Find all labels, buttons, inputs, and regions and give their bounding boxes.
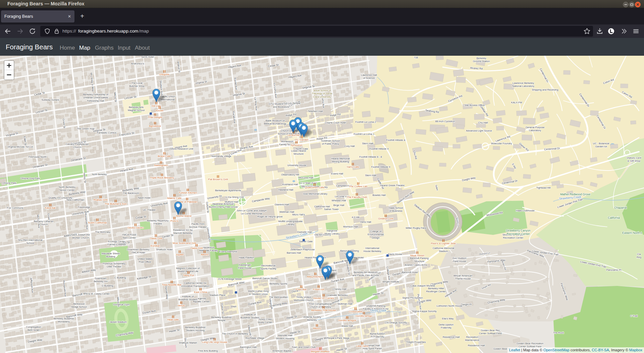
svg-text:Recreation Center: Recreation Center [507, 232, 530, 236]
svg-text:Gecko Gecko: Gecko Gecko [127, 226, 144, 229]
svg-text:Reg: Reg [637, 256, 641, 259]
svg-text:Jupiter: Jupiter [176, 253, 184, 256]
svg-text:UC - Botanical: UC - Botanical [593, 142, 609, 145]
svg-text:New Californian: New Californian [67, 198, 85, 201]
svg-text:African American: African American [453, 274, 473, 277]
svg-text:Field House: Field House [453, 260, 466, 263]
svg-text:G Building: G Building [102, 284, 113, 287]
svg-text:Saint Joseph the: Saint Joseph the [71, 233, 90, 236]
svg-text:Residence Inn by: Residence Inn by [173, 229, 193, 232]
svg-text:Le Conte Memorial: Le Conte Memorial [241, 212, 262, 215]
svg-text:Hawland Hall: Hawland Hall [278, 188, 293, 191]
svg-text:Florence Schwimley: Florence Schwimley [103, 262, 125, 265]
svg-text:Clara University: Clara University [313, 95, 331, 98]
svg-text:Berkeley Hillel: Berkeley Hillel [428, 287, 444, 290]
svg-text:4.0 Hill: 4.0 Hill [352, 216, 360, 219]
svg-text:Temple: Temple [217, 319, 225, 322]
svg-text:Church: Church [40, 223, 48, 226]
svg-text:Berkeley Buddhist: Berkeley Buddhist [185, 326, 206, 329]
svg-text:Ground Station: Ground Station [473, 60, 490, 63]
svg-text:Dwight Pl: Dwight Pl [461, 303, 472, 306]
svg-text:Sports Facility: Sports Facility [260, 267, 276, 270]
svg-text:Residence Hall: Residence Hall [468, 344, 485, 347]
svg-text:Advanced Light Source: Advanced Light Source [466, 129, 492, 132]
svg-text:The Faculty Club: The Faculty Club [347, 196, 367, 199]
svg-text:C Trail: C Trail [630, 314, 638, 317]
svg-text:Li Ka Shing Cntr: Li Ka Shing Cntr [226, 196, 244, 199]
svg-text:Pacific Film: Pacific Film [192, 222, 204, 225]
svg-text:Church: Church [73, 146, 81, 149]
svg-text:Koshland Hall: Koshland Hall [282, 183, 298, 186]
svg-text:Manville Hall: Manville Hall [278, 334, 292, 337]
svg-text:Kava bar: Kava bar [45, 206, 56, 209]
svg-text:The Butcher's Son: The Butcher's Son [105, 202, 127, 205]
svg-text:North Berkeley: North Berkeley [92, 173, 107, 176]
svg-text:School: School [26, 242, 34, 245]
svg-text:Theology of Santa: Theology of Santa [312, 92, 333, 95]
svg-text:Belgian Waffles: Belgian Waffles [311, 350, 329, 353]
svg-text:2176 Kittredge Street: 2176 Kittredge Street [218, 278, 242, 281]
svg-text:The Coffee Lab: The Coffee Lab [349, 185, 368, 188]
svg-text:People's Park Stage: People's Park Stage [327, 337, 350, 340]
svg-text:Poké Bar: Poké Bar [296, 288, 307, 291]
svg-text:Senior Center: Senior Center [59, 189, 75, 192]
svg-text:Cloyne Court Hotel: Cloyne Court Hotel [325, 121, 346, 124]
svg-text:Innovative Transportation: Innovative Transportation [181, 285, 209, 288]
svg-text:Music Library: Music Library [325, 232, 340, 235]
svg-text:First Congregational: First Congregational [309, 302, 332, 305]
svg-text:Chu Hall: Chu Hall [478, 121, 488, 124]
svg-text:Thai Delight: Thai Delight [148, 116, 162, 119]
svg-text:Berkeley Inn: Berkeley Inn [94, 280, 108, 283]
svg-text:Calvary Presbyterian: Calvary Presbyterian [65, 143, 89, 146]
svg-text:Beth Israel: Beth Israel [28, 329, 40, 332]
svg-text:Institute of: Institute of [182, 295, 194, 298]
svg-text:Pollo's: Pollo's [170, 219, 178, 222]
svg-text:College of: College of [370, 230, 382, 233]
svg-text:United States: United States [137, 257, 152, 260]
svg-text:Sather Gate: Sather Gate [299, 240, 313, 243]
svg-text:Gordito amigo: Gordito amigo [356, 314, 373, 317]
svg-text:Toss Noodle Bar: Toss Noodle Bar [162, 283, 182, 286]
svg-text:Evans Hall: Evans Hall [331, 172, 343, 175]
svg-text:Hazardous: Hazardous [203, 246, 215, 249]
svg-text:Berkeley: Berkeley [476, 57, 486, 60]
svg-text:Berkeley Buddhist: Berkeley Buddhist [54, 317, 74, 320]
svg-text:Mining Building: Mining Building [332, 160, 349, 163]
svg-text:Church of Berkeley: Church of Berkeley [310, 305, 331, 308]
svg-text:Buddhist Studies: Buddhist Studies [178, 298, 198, 301]
svg-text:Alborz: Alborz [201, 253, 209, 256]
svg-text:American Baptist: American Baptist [272, 349, 292, 352]
svg-text:Jones Child: Jones Child [258, 318, 271, 321]
svg-text:The Rock: The Rock [553, 331, 564, 334]
svg-text:Foothill Hillside 9: Foothill Hillside 9 [371, 165, 390, 168]
svg-text:International: International [365, 247, 379, 250]
svg-text:Berkeley: Berkeley [307, 318, 317, 321]
svg-text:Ecology Center: Ecology Center [108, 240, 125, 243]
svg-text:& Gift Shop: & Gift Shop [628, 159, 640, 162]
svg-text:UC Theater: UC Theater [143, 208, 156, 211]
svg-text:Farmer's Market: Farmer's Market [108, 243, 126, 246]
svg-text:Foothill Hillside &: Foothill Hillside & [386, 139, 406, 142]
svg-text:Stern Hall: Stern Hall [365, 174, 376, 177]
svg-text:Vedanta Society: Vedanta Society [303, 315, 321, 318]
svg-text:SenS Hotel: SenS Hotel [141, 56, 154, 58]
svg-text:Meat Street: Meat Street [410, 254, 424, 257]
svg-text:88-Inch Cyclotron: 88-Inch Cyclotron [435, 120, 455, 123]
svg-text:Fine Arts Building: Fine Arts Building [198, 349, 218, 352]
svg-text:Little Gem: Little Gem [356, 345, 369, 348]
svg-text:Gordito amigos: Gordito amigos [338, 319, 356, 322]
svg-text:Lothlorien North House: Lothlorien North House [436, 304, 462, 307]
svg-text:Haas School: Haas School [389, 206, 403, 209]
svg-text:Witter Rugby Field: Witter Rugby Field [406, 226, 426, 230]
svg-text:Teen Center: Teen Center [122, 236, 136, 239]
svg-text:Andres Castro Arms: Andres Castro Arms [405, 263, 427, 266]
svg-text:Berkeley Art Museum: Berkeley Art Museum [354, 271, 377, 274]
svg-text:Maintenance: Maintenance [465, 339, 480, 342]
svg-text:Subway Guitars: Subway Guitars [42, 98, 59, 101]
svg-text:Agrodolce: Agrodolce [149, 124, 161, 128]
svg-text:Micro Yali's: Micro Yali's [292, 213, 305, 216]
svg-text:Fraternity: Fraternity [441, 326, 451, 329]
svg-text:Zellerbach Playhouse: Zellerbach Playhouse [290, 248, 315, 251]
svg-text:Shattuck Hotel: Shattuck Hotel [156, 248, 173, 251]
svg-text:Berkeley Repertory: Berkeley Repertory [147, 219, 168, 222]
